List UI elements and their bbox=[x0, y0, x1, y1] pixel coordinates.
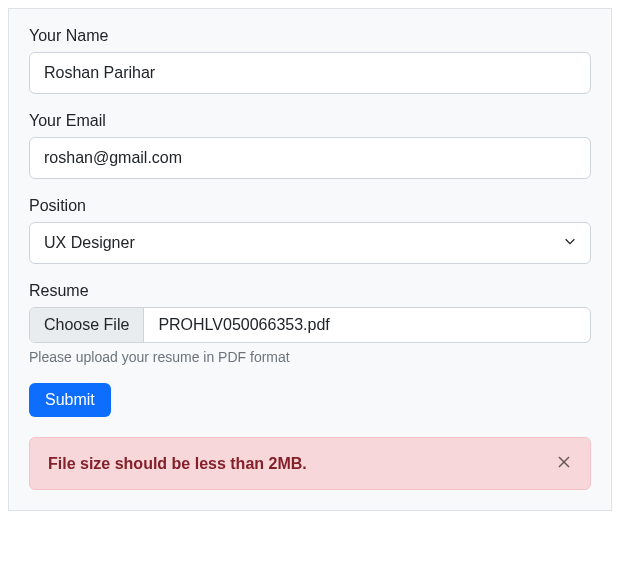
email-label: Your Email bbox=[29, 112, 591, 130]
alert-message: File size should be less than 2MB. bbox=[48, 455, 307, 473]
name-input[interactable] bbox=[29, 52, 591, 94]
position-group: Position UX Designer bbox=[29, 197, 591, 264]
file-name-display: PROHLV050066353.pdf bbox=[144, 308, 590, 342]
position-label: Position bbox=[29, 197, 591, 215]
email-group: Your Email bbox=[29, 112, 591, 179]
email-input[interactable] bbox=[29, 137, 591, 179]
submit-button[interactable]: Submit bbox=[29, 383, 111, 417]
resume-help-text: Please upload your resume in PDF format bbox=[29, 349, 591, 365]
name-label: Your Name bbox=[29, 27, 591, 45]
resume-group: Resume Choose File PROHLV050066353.pdf P… bbox=[29, 282, 591, 365]
file-input[interactable]: Choose File PROHLV050066353.pdf bbox=[29, 307, 591, 343]
close-icon bbox=[556, 454, 572, 473]
position-select[interactable]: UX Designer bbox=[29, 222, 591, 264]
close-button[interactable] bbox=[556, 454, 572, 473]
position-select-wrapper: UX Designer bbox=[29, 222, 591, 264]
choose-file-button[interactable]: Choose File bbox=[30, 308, 144, 342]
error-alert: File size should be less than 2MB. bbox=[29, 437, 591, 490]
resume-label: Resume bbox=[29, 282, 591, 300]
name-group: Your Name bbox=[29, 27, 591, 94]
form-container: Your Name Your Email Position UX Designe… bbox=[8, 8, 612, 511]
